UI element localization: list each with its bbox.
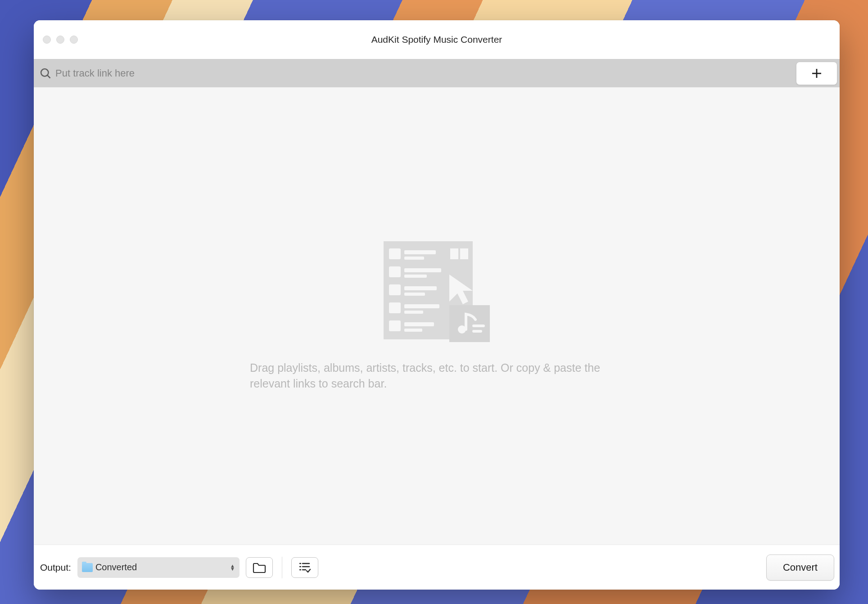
empty-state-text: Drag playlists, albums, artists, tracks,… <box>250 360 624 392</box>
svg-rect-7 <box>404 257 424 260</box>
search-bar <box>34 59 840 87</box>
svg-rect-11 <box>404 268 441 272</box>
svg-rect-21 <box>404 329 422 332</box>
footer-bar: Output: Converted ▲▼ <box>34 545 840 590</box>
open-output-folder-button[interactable] <box>246 557 273 578</box>
svg-rect-22 <box>449 305 490 342</box>
window-title: AudKit Spotify Music Converter <box>34 34 840 45</box>
titlebar: AudKit Spotify Music Converter <box>34 20 840 59</box>
svg-rect-9 <box>460 248 468 259</box>
svg-rect-6 <box>404 250 436 254</box>
folder-icon <box>82 563 93 572</box>
svg-rect-15 <box>404 293 425 296</box>
svg-rect-12 <box>404 275 427 278</box>
folder-open-icon <box>253 562 266 573</box>
svg-rect-14 <box>404 286 437 290</box>
svg-rect-17 <box>404 304 439 308</box>
content-area[interactable]: Drag playlists, albums, artists, tracks,… <box>34 87 840 545</box>
plus-icon <box>810 67 823 80</box>
separator <box>282 557 282 578</box>
svg-rect-5 <box>389 248 401 259</box>
convert-button[interactable]: Convert <box>766 554 834 581</box>
output-folder-select[interactable]: Converted ▲▼ <box>77 557 240 578</box>
svg-rect-13 <box>389 284 401 295</box>
chevron-updown-icon: ▲▼ <box>230 564 235 571</box>
add-button[interactable] <box>796 62 837 85</box>
minimize-window-button[interactable] <box>56 36 64 44</box>
output-folder-name: Converted <box>95 562 230 572</box>
svg-rect-10 <box>389 266 401 277</box>
app-window: AudKit Spotify Music Converter <box>34 20 840 590</box>
svg-rect-8 <box>450 248 458 259</box>
list-check-icon <box>298 562 311 573</box>
empty-state-illustration <box>383 240 491 345</box>
track-link-input[interactable] <box>55 59 796 87</box>
svg-rect-16 <box>389 302 401 313</box>
maximize-window-button[interactable] <box>70 36 78 44</box>
window-controls <box>34 36 78 44</box>
close-window-button[interactable] <box>43 36 51 44</box>
svg-rect-18 <box>404 311 423 314</box>
output-label: Output: <box>40 562 71 573</box>
search-icon <box>34 67 55 80</box>
svg-point-0 <box>41 69 48 76</box>
svg-rect-19 <box>389 320 401 331</box>
svg-rect-20 <box>404 322 434 326</box>
svg-line-1 <box>47 75 50 78</box>
history-list-button[interactable] <box>291 557 318 578</box>
